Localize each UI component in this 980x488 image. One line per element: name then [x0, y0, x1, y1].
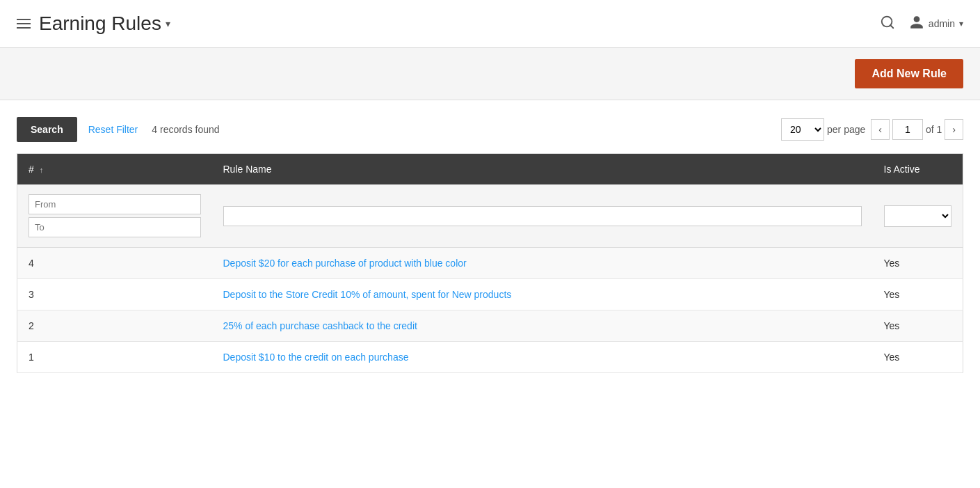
row-is-active: Yes: [873, 248, 963, 279]
table-row: 1 Deposit $10 to the credit on each purc…: [17, 342, 963, 373]
toolbar: Add New Rule: [0, 48, 980, 100]
row-rule-name: Deposit $20 for each purchase of product…: [212, 248, 873, 279]
page-of-label: of 1: [926, 124, 942, 135]
filter-id-cell: [17, 184, 212, 248]
row-is-active: Yes: [873, 342, 963, 373]
filter-id-inputs: [29, 194, 201, 237]
data-table: # ↑ Rule Name Is Active: [17, 153, 963, 373]
hamburger-menu-icon[interactable]: [17, 19, 31, 29]
row-id: 1: [17, 342, 212, 373]
main-content: Search Reset Filter 4 records found 20 5…: [0, 100, 980, 390]
row-rule-name: 25% of each purchase cashback to the cre…: [212, 310, 873, 342]
pagination-controls: ‹ 1 of 1 ›: [871, 119, 963, 140]
page-number-input[interactable]: 1: [892, 119, 923, 140]
user-menu[interactable]: admin ▾: [909, 15, 963, 33]
table-row: 3 Deposit to the Store Credit 10% of amo…: [17, 279, 963, 310]
rule-name-link[interactable]: 25% of each purchase cashback to the cre…: [223, 320, 417, 331]
add-new-rule-button[interactable]: Add New Rule: [855, 59, 963, 88]
records-count: 4: [152, 124, 157, 135]
filter-is-active-select[interactable]: Yes No: [884, 205, 952, 227]
table-header-row: # ↑ Rule Name Is Active: [17, 154, 963, 185]
row-is-active: Yes: [873, 279, 963, 310]
svg-line-1: [890, 25, 893, 28]
row-id: 4: [17, 248, 212, 279]
header-right: admin ▾: [880, 15, 963, 33]
per-page-dropdown[interactable]: 20 50 100: [781, 118, 824, 141]
pagination-wrapper: 20 50 100 per page ‹ 1 of 1 ›: [781, 118, 963, 141]
search-icon[interactable]: [880, 15, 895, 33]
page-title-wrapper: Earning Rules ▾: [39, 13, 170, 35]
user-name-label: admin: [929, 18, 955, 29]
row-id: 2: [17, 310, 212, 342]
title-dropdown-icon[interactable]: ▾: [166, 18, 170, 29]
search-bar: Search Reset Filter 4 records found 20 5…: [17, 117, 963, 142]
column-header-id[interactable]: # ↑: [17, 154, 212, 185]
rule-name-link[interactable]: Deposit to the Store Credit 10% of amoun…: [223, 289, 512, 300]
filter-rule-name-input[interactable]: [223, 206, 862, 226]
column-header-is-active: Is Active: [873, 154, 963, 185]
filter-is-active-cell: Yes No: [873, 184, 963, 248]
user-dropdown-icon: ▾: [959, 19, 963, 29]
filter-rule-name-cell: [212, 184, 873, 248]
records-label: records found: [160, 124, 220, 135]
column-header-rule-name: Rule Name: [212, 154, 873, 185]
next-page-button[interactable]: ›: [945, 119, 963, 140]
rule-name-link[interactable]: Deposit $20 for each purchase of product…: [223, 258, 467, 269]
filter-to-input[interactable]: [29, 217, 201, 237]
row-is-active: Yes: [873, 310, 963, 342]
prev-page-button[interactable]: ‹: [871, 119, 890, 140]
sort-icon-id: ↑: [40, 166, 44, 174]
user-avatar-icon: [909, 15, 924, 33]
per-page-label: per page: [827, 124, 865, 135]
search-button[interactable]: Search: [17, 117, 77, 142]
row-rule-name: Deposit $10 to the credit on each purcha…: [212, 342, 873, 373]
filter-row: Yes No: [17, 184, 963, 248]
rule-name-link[interactable]: Deposit $10 to the credit on each purcha…: [223, 352, 409, 363]
filter-from-input[interactable]: [29, 194, 201, 214]
table-row: 4 Deposit $20 for each purchase of produ…: [17, 248, 963, 279]
per-page-select: 20 50 100 per page: [781, 118, 865, 141]
reset-filter-button[interactable]: Reset Filter: [88, 124, 138, 135]
row-id: 3: [17, 279, 212, 310]
header-left: Earning Rules ▾: [17, 13, 170, 35]
app-header: Earning Rules ▾ admin ▾: [0, 0, 980, 48]
table-row: 2 25% of each purchase cashback to the c…: [17, 310, 963, 342]
row-rule-name: Deposit to the Store Credit 10% of amoun…: [212, 279, 873, 310]
page-title: Earning Rules: [39, 13, 161, 35]
records-found-text: 4 records found: [152, 124, 219, 135]
